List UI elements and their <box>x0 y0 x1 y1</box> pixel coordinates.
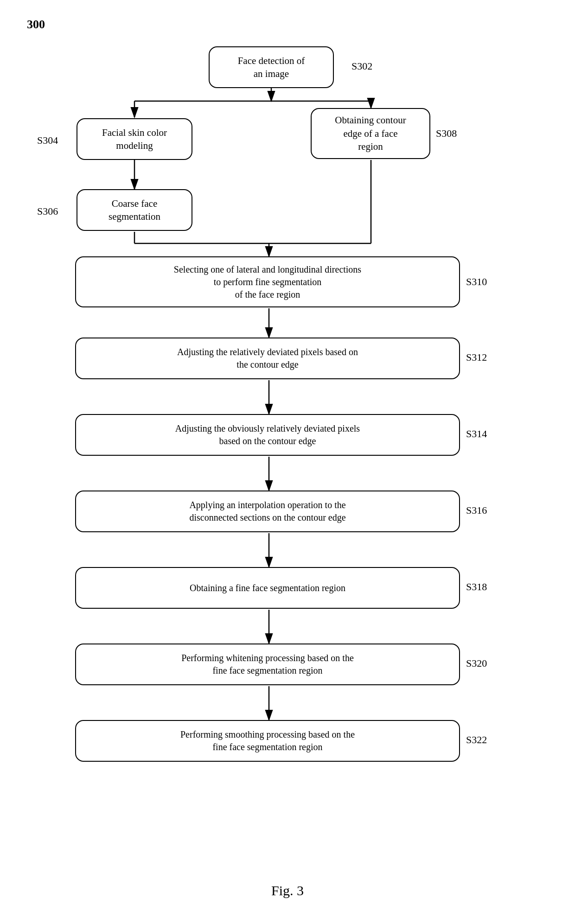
label-s318: S318 <box>466 581 487 593</box>
label-s308: S308 <box>436 127 457 140</box>
box-s314: Adjusting the obviously relatively devia… <box>75 414 460 456</box>
label-s310: S310 <box>466 276 487 288</box>
box-s320: Performing whitening processing based on… <box>75 644 460 685</box>
box-s308: Obtaining contouredge of a faceregion <box>311 108 430 159</box>
label-s306: S306 <box>37 205 58 217</box>
label-s312: S312 <box>466 351 487 363</box>
label-s314: S314 <box>466 428 487 440</box>
label-s316: S316 <box>466 504 487 516</box>
label-s320: S320 <box>466 657 487 669</box>
box-s310: Selecting one of lateral and longitudina… <box>75 256 460 307</box>
label-s302: S302 <box>351 60 372 72</box>
box-s316: Applying an interpolation operation to t… <box>75 491 460 532</box>
box-s304: Facial skin colormodeling <box>77 118 192 160</box>
box-s302: Face detection ofan image <box>209 46 334 88</box>
box-s312: Adjusting the relatively deviated pixels… <box>75 338 460 379</box>
label-s304: S304 <box>37 134 58 147</box>
label-s322: S322 <box>466 734 487 746</box>
box-s306: Coarse facesegmentation <box>77 189 192 231</box>
diagram-container: 300 <box>0 0 575 924</box>
diagram-number: 300 <box>27 18 45 32</box>
box-s318: Obtaining a fine face segmentation regio… <box>75 567 460 609</box>
fig-label: Fig. 3 <box>0 883 575 899</box>
box-s322: Performing smoothing processing based on… <box>75 720 460 762</box>
